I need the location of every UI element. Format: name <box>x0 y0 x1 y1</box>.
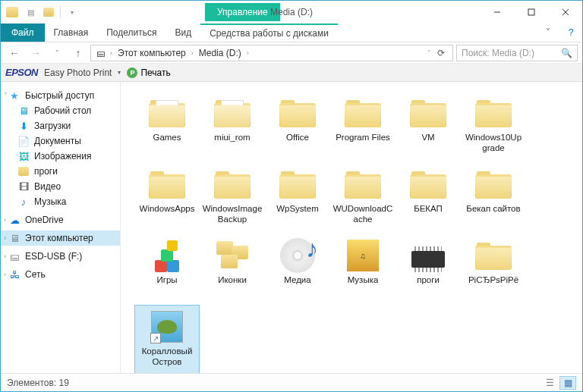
item-icon <box>473 95 514 131</box>
item-label: Игры <box>156 275 177 286</box>
qat-app-icon[interactable] <box>4 4 20 20</box>
refresh-button[interactable]: ⟳ <box>433 48 449 58</box>
breadcrumb-bar[interactable]: 🖴 › Этот компьютер › Media (D:) › ˅ ⟳ <box>90 45 453 61</box>
file-item[interactable]: miui_rom <box>200 91 265 161</box>
file-item[interactable]: проги <box>395 234 461 303</box>
item-label: Коралловый Остров <box>137 347 197 368</box>
chevron-right-icon[interactable]: › <box>4 216 6 224</box>
chevron-right-icon[interactable]: › <box>4 252 6 260</box>
details-view-button[interactable]: ☰ <box>541 376 558 390</box>
maximize-button[interactable] <box>514 1 548 24</box>
item-label: WpSystem <box>276 204 319 215</box>
chevron-right-icon[interactable]: › <box>4 271 6 278</box>
item-label: Program Files <box>336 133 390 143</box>
sidebar-documents[interactable]: 📄Документы <box>1 133 120 149</box>
chevron-right-icon[interactable]: › <box>4 234 6 242</box>
sidebar-onedrive[interactable]: ›☁OneDrive <box>1 212 120 227</box>
videos-icon: 🎞 <box>17 180 30 193</box>
recent-locations-dropdown[interactable]: ˅ <box>48 44 66 62</box>
tab-file[interactable]: Файл <box>1 24 45 42</box>
file-item[interactable]: WindowsImageBackup <box>200 162 265 232</box>
sidebar-downloads[interactable]: ⬇Загрузки <box>1 118 120 133</box>
forward-button[interactable]: → <box>27 44 45 62</box>
search-input[interactable]: Поиск: Media (D:) 🔍 <box>456 45 578 61</box>
sidebar-label: Загрузки <box>34 121 71 131</box>
chevron-down-icon[interactable]: ˅ <box>4 92 8 99</box>
svg-rect-1 <box>528 9 534 15</box>
file-item[interactable]: БЕКАП <box>395 162 461 232</box>
help-button[interactable]: ? <box>559 24 582 42</box>
tab-view[interactable]: Вид <box>165 24 200 42</box>
chevron-right-icon[interactable]: › <box>189 49 196 57</box>
qat-separator <box>60 6 61 18</box>
file-item[interactable]: WUDownloadCache <box>330 162 395 232</box>
back-button[interactable]: ← <box>5 44 24 62</box>
sidebar-label: проги <box>34 166 58 177</box>
item-label: РіСЂРѕРіРё <box>468 275 518 286</box>
file-item[interactable]: РіСЂРѕРіРё <box>461 234 526 303</box>
file-item[interactable]: Office <box>265 91 330 161</box>
file-item[interactable]: WindowsApps <box>134 162 200 232</box>
sidebar-music[interactable]: ♪Музыка <box>1 194 120 209</box>
sidebar-this-pc[interactable]: ›🖥Этот компьютер <box>1 230 120 246</box>
sidebar-label: Сеть <box>25 269 46 280</box>
file-item[interactable]: VM <box>395 91 461 161</box>
item-label: Office <box>286 133 309 143</box>
search-icon: 🔍 <box>561 48 572 58</box>
item-label: WUDownloadCache <box>332 204 393 225</box>
file-item[interactable]: Игры <box>134 234 200 303</box>
breadcrumb-current[interactable]: Media (D:) <box>197 48 243 58</box>
item-icon <box>147 95 188 131</box>
chevron-right-icon[interactable]: › <box>108 49 115 57</box>
file-item[interactable]: WpSystem <box>265 162 330 232</box>
sidebar-desktop[interactable]: 🖥Рабочий стол <box>1 103 120 118</box>
tab-share[interactable]: Поделиться <box>97 24 165 42</box>
epson-logo: EPSON <box>5 67 38 78</box>
up-button[interactable]: ↑ <box>69 44 87 62</box>
sidebar-progi[interactable]: проги <box>1 164 120 179</box>
ribbon-collapse-button[interactable]: ˅ <box>537 24 559 42</box>
item-icon <box>473 237 514 274</box>
sidebar-esd-usb[interactable]: ›🖴ESD-USB (F:) <box>1 249 120 264</box>
file-item[interactable]: Program Files <box>330 91 395 161</box>
sidebar-network[interactable]: ›🖧Сеть <box>1 267 120 282</box>
star-icon: ★ <box>8 89 20 102</box>
file-item[interactable]: Games <box>134 91 200 161</box>
ribbon-context-title-group: Управление <box>205 3 280 21</box>
file-item[interactable]: ♪ Медиа <box>265 234 330 303</box>
icons-view-button[interactable]: ▦ <box>559 376 576 390</box>
breadcrumb-dropdown[interactable]: ˅ <box>427 49 431 57</box>
status-label: Элементов: <box>7 378 56 388</box>
sidebar-label: Быстрый доступ <box>25 90 94 101</box>
epson-print-button[interactable]: P Печать <box>127 67 170 78</box>
qat-new-folder-icon[interactable] <box>40 4 57 20</box>
sidebar-pictures[interactable]: 🖼Изображения <box>1 149 120 164</box>
downloads-icon: ⬇ <box>17 120 30 132</box>
file-item[interactable]: Windows10Upgrade <box>461 91 526 161</box>
breadcrumb-root[interactable]: Этот компьютер <box>116 48 188 58</box>
item-icon <box>342 95 383 131</box>
context-tab-title: Управление <box>205 3 280 21</box>
qat-customize-dropdown[interactable]: ▾ <box>64 4 80 20</box>
sidebar-quick-access[interactable]: ˅★Быстрый доступ <box>1 88 120 103</box>
navigation-pane: ˅★Быстрый доступ 🖥Рабочий стол ⬇Загрузки… <box>1 82 121 373</box>
search-placeholder: Поиск: Media (D:) <box>462 48 534 58</box>
tab-drive-tools[interactable]: Средства работы с дисками <box>200 24 338 42</box>
file-item[interactable]: Бекап сайтов <box>461 162 526 232</box>
close-button[interactable] <box>548 1 582 24</box>
items-grid: Games miui_rom Office Program Files VM W… <box>134 91 579 373</box>
content-pane[interactable]: Games miui_rom Office Program Files VM W… <box>121 82 582 373</box>
sidebar-label: Видео <box>34 181 61 192</box>
chevron-right-icon[interactable]: › <box>244 49 251 57</box>
qat-properties-icon[interactable]: ▤ <box>22 4 39 20</box>
sidebar-videos[interactable]: 🎞Видео <box>1 179 120 194</box>
file-item[interactable]: ♫ Музыка <box>330 234 395 303</box>
window-title: Media (D:) <box>270 7 313 17</box>
item-icon <box>147 166 188 202</box>
file-item[interactable]: Иконки <box>200 234 265 303</box>
epson-dropdown[interactable]: ▾ <box>118 69 121 76</box>
item-label: miui_rom <box>214 133 250 143</box>
file-item[interactable]: ↗ Коралловый Остров <box>134 305 200 373</box>
tab-home[interactable]: Главная <box>45 24 98 42</box>
minimize-button[interactable] <box>480 1 514 24</box>
